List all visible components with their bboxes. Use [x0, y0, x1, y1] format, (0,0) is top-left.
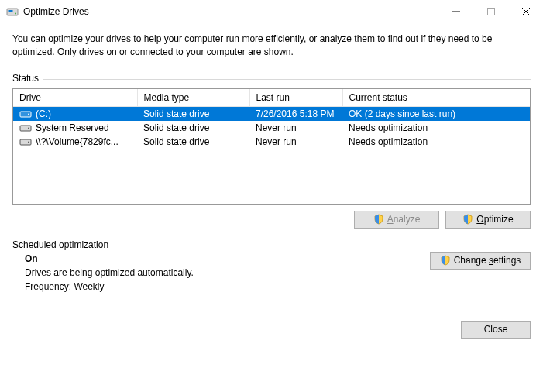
close-window-button[interactable]: [508, 0, 543, 23]
svg-rect-1: [9, 10, 13, 12]
shield-icon: [373, 214, 384, 225]
svg-point-8: [28, 113, 29, 115]
shield-icon: [462, 214, 473, 225]
change-settings-button[interactable]: Change settings: [430, 252, 531, 270]
scheduled-section: Scheduled optimization On Drives are bei…: [12, 239, 531, 295]
svg-rect-4: [487, 8, 494, 15]
scheduled-desc: Drives are being optimized automatically…: [25, 267, 430, 278]
table-row[interactable]: \\?\Volume{7829fc...Solid state driveNev…: [13, 135, 530, 149]
drive-status: OK (2 days since last run): [342, 106, 530, 121]
drive-status: Needs optimization: [342, 135, 530, 149]
window-title: Optimize Drives: [23, 6, 438, 17]
col-media-header[interactable]: Media type: [137, 89, 249, 107]
drives-table[interactable]: Drive Media type Last run Current status…: [13, 89, 530, 149]
drive-name: System Reserved: [36, 122, 109, 133]
drives-table-frame: Drive Media type Last run Current status…: [12, 88, 531, 205]
table-row[interactable]: System ReservedSolid state driveNever ru…: [13, 121, 530, 135]
scheduled-label: Scheduled optimization: [12, 239, 113, 250]
analyze-button[interactable]: Analyze: [354, 211, 439, 229]
minimize-button[interactable]: [438, 0, 473, 23]
table-row[interactable]: (C:)Solid state drive7/26/2016 5:18 PMOK…: [13, 106, 530, 121]
col-drive-header[interactable]: Drive: [13, 89, 137, 107]
maximize-button[interactable]: [473, 0, 508, 23]
optimize-button[interactable]: Optimize: [445, 211, 531, 229]
drive-last-run: 7/26/2016 5:18 PM: [249, 106, 342, 121]
drive-last-run: Never run: [249, 135, 342, 149]
drive-media: Solid state drive: [137, 106, 249, 121]
drive-icon: [19, 109, 32, 119]
svg-rect-0: [7, 9, 18, 15]
close-button[interactable]: Close: [461, 321, 531, 339]
scheduled-frequency: Frequency: Weekly: [25, 281, 430, 292]
drive-media: Solid state drive: [137, 135, 249, 149]
drive-name: \\?\Volume{7829fc...: [36, 136, 119, 147]
status-label: Status: [12, 73, 43, 84]
footer-bar: Close: [0, 311, 543, 348]
drive-status: Needs optimization: [342, 121, 530, 135]
col-status-header[interactable]: Current status: [342, 89, 530, 107]
app-icon: [6, 5, 19, 18]
scheduled-state: On: [25, 253, 430, 264]
svg-point-2: [15, 12, 16, 14]
col-last-header[interactable]: Last run: [249, 89, 342, 107]
drive-icon: [19, 137, 32, 146]
drive-media: Solid state drive: [137, 121, 249, 135]
drive-last-run: Never run: [249, 121, 342, 135]
svg-point-12: [28, 141, 29, 143]
drive-icon: [19, 123, 32, 132]
shield-icon: [440, 255, 451, 266]
svg-point-10: [28, 127, 29, 129]
intro-text: You can optimize your drives to help you…: [12, 33, 531, 59]
title-bar: Optimize Drives: [0, 0, 543, 23]
drive-name: (C:): [36, 108, 51, 119]
status-section: Status Drive Media type Last run Current…: [12, 73, 531, 229]
